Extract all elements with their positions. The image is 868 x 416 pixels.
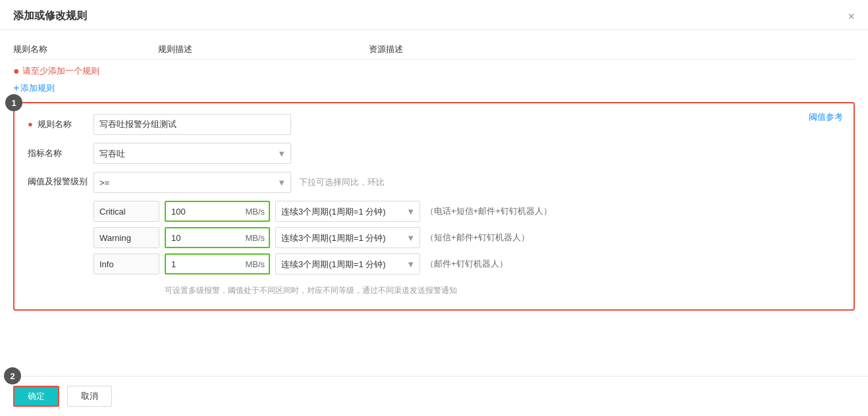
threshold-operator-wrapper: >= ▼ xyxy=(94,172,291,193)
metric-label: 指标名称 xyxy=(28,147,94,159)
footer-badge: 2 xyxy=(4,367,21,384)
info-period-wrapper: 连续3个周期(1周期=1 分钟) ▼ xyxy=(275,253,420,274)
threshold-label: 阈值及报警级别 xyxy=(28,172,94,188)
dialog-footer: 2 确定 取消 xyxy=(0,376,868,416)
threshold-ref-link[interactable]: 阈值参考 xyxy=(809,111,843,123)
warning-value-input[interactable] xyxy=(165,227,270,248)
threshold-rows: Critical MB/s 连续3个周期(1周期=1 分钟) ▼ xyxy=(94,201,552,280)
info-value-wrapper: MB/s xyxy=(165,253,270,274)
critical-period-wrapper: 连续3个周期(1周期=1 分钟) ▼ xyxy=(275,201,420,222)
add-rule-label: 添加规则 xyxy=(20,82,55,94)
confirm-button[interactable]: 确定 xyxy=(13,386,59,407)
compare-hint: 下拉可选择同比，环比 xyxy=(299,176,385,188)
plus-icon: + xyxy=(13,83,19,93)
threshold-row-critical: Critical MB/s 连续3个周期(1周期=1 分钟) ▼ xyxy=(94,201,552,222)
threshold-row-warning: Warning MB/s 连续3个周期(1周期=1 分钟) ▼ xyxy=(94,227,552,248)
info-notify: （邮件+钉钉机器人） xyxy=(425,258,508,270)
threshold-level-critical: Critical xyxy=(94,201,159,222)
cancel-button[interactable]: 取消 xyxy=(67,386,112,407)
warning-period-wrapper: 连续3个周期(1周期=1 分钟) ▼ xyxy=(275,227,420,248)
threshold-operator-select[interactable]: >= xyxy=(94,172,291,193)
rule-name-row: ● 规则名称 xyxy=(28,114,840,135)
validation-dot: ● xyxy=(13,66,20,76)
dialog-body: 规则名称 规则描述 资源描述 ● 请至少添加一个规则 + 添加规则 1 阈值参考… xyxy=(0,30,868,376)
rule-card: 1 阈值参考 ● 规则名称 指标名称 写吞吐 ▼ xyxy=(13,102,855,311)
threshold-level-warning: Warning xyxy=(94,227,159,248)
warning-period-select[interactable]: 连续3个周期(1周期=1 分钟) xyxy=(275,227,420,248)
table-header: 规则名称 规则描述 资源描述 xyxy=(13,39,855,60)
critical-period-select[interactable]: 连续3个周期(1周期=1 分钟) xyxy=(275,201,420,222)
warning-value-wrapper: MB/s xyxy=(165,227,270,248)
rule-badge: 1 xyxy=(5,94,22,111)
metric-label-text: 指标名称 xyxy=(28,148,62,158)
rule-name-label-text: 规则名称 xyxy=(38,119,72,129)
metric-name-row: 指标名称 写吞吐 ▼ xyxy=(28,143,840,164)
dialog-header: 添加或修改规则 × xyxy=(0,0,868,30)
rule-name-label: ● 规则名称 xyxy=(28,118,94,130)
dialog: 添加或修改规则 × 规则名称 规则描述 资源描述 ● 请至少添加一个规则 + 添… xyxy=(0,0,868,416)
close-icon[interactable]: × xyxy=(848,11,855,22)
info-value-input[interactable] xyxy=(165,253,270,274)
threshold-label-text: 阈值及报警级别 xyxy=(28,176,88,186)
rule-name-input[interactable] xyxy=(94,114,291,135)
threshold-hint: 可设置多级报警，阈值处于不同区间时，对应不同等级，通过不同渠道发送报警通知 xyxy=(94,285,552,296)
info-label: Info xyxy=(99,259,114,269)
dialog-title: 添加或修改规则 xyxy=(13,9,87,23)
warning-notify: （短信+邮件+钉钉机器人） xyxy=(425,232,529,244)
critical-value-input[interactable] xyxy=(165,201,270,222)
warning-label: Warning xyxy=(99,233,131,243)
threshold-row: 阈值及报警级别 >= ▼ 下拉可选择同比，环比 xyxy=(28,172,840,296)
col-res-header: 资源描述 xyxy=(369,43,501,55)
threshold-row-info: Info MB/s 连续3个周期(1周期=1 分钟) ▼ xyxy=(94,253,552,274)
validation-message: ● 请至少添加一个规则 xyxy=(13,65,855,77)
threshold-level-info: Info xyxy=(94,253,159,274)
metric-select[interactable]: 写吞吐 xyxy=(94,143,291,164)
critical-label: Critical xyxy=(99,207,126,217)
metric-select-wrapper: 写吞吐 ▼ xyxy=(94,143,291,164)
critical-notify: （电话+短信+邮件+钉钉机器人） xyxy=(425,205,552,217)
col-desc-header: 规则描述 xyxy=(158,43,356,55)
required-dot: ● xyxy=(28,119,33,129)
validation-text: 请至少添加一个规则 xyxy=(22,65,99,77)
add-rule-button[interactable]: + 添加规则 xyxy=(13,82,55,94)
col-name-header: 规则名称 xyxy=(13,43,145,55)
critical-value-wrapper: MB/s xyxy=(165,201,270,222)
info-period-select[interactable]: 连续3个周期(1周期=1 分钟) xyxy=(275,253,420,274)
